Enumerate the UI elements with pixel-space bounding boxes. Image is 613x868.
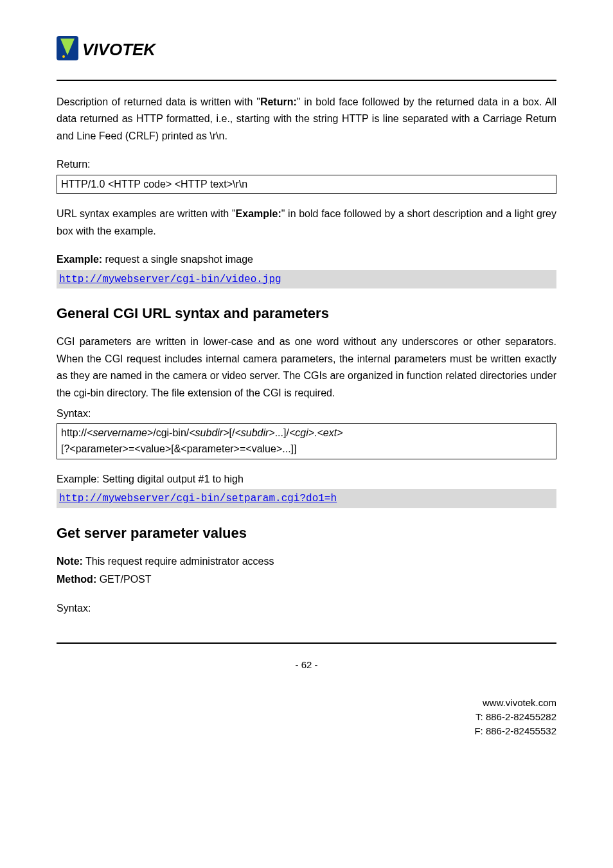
example2-url-box: http://mywebserver/cgi-bin/setparam.cgi?… (57, 489, 556, 508)
logo: VIVOTEK (57, 36, 556, 67)
page-number: - 62 - (57, 659, 556, 670)
footer-fax: F: 886-2-82455532 (57, 724, 556, 738)
heading-get-server: Get server parameter values (57, 525, 556, 542)
syntax-label-2: Syntax: (57, 600, 556, 617)
method-line: Method: GET/POST (57, 571, 556, 588)
note-line: Note: This request require administrator… (57, 553, 556, 570)
example-label-line: Example: request a single snapshot image (57, 251, 556, 268)
footer-tel: T: 886-2-82455282 (57, 710, 556, 724)
footer-url: www.vivotek.com (57, 696, 556, 710)
example-url-link[interactable]: http://mywebserver/cgi-bin/video.jpg (59, 274, 281, 285)
example-url-box: http://mywebserver/cgi-bin/video.jpg (57, 270, 556, 289)
description-return-paragraph: Description of returned data is written … (57, 94, 556, 145)
return-code-box: HTTP/1.0 <HTTP code> <HTTP text>\r\n (57, 175, 556, 195)
top-horizontal-rule (57, 80, 556, 81)
url-syntax-paragraph: URL syntax examples are written with "Ex… (57, 206, 556, 240)
svg-point-1 (62, 55, 65, 58)
heading-general-cgi: General CGI URL syntax and parameters (57, 305, 556, 322)
syntax-label: Syntax: (57, 405, 556, 422)
footer-contact: www.vivotek.com T: 886-2-82455282 F: 886… (57, 696, 556, 738)
logo-text: VIVOTEK (82, 40, 157, 59)
cgi-description-paragraph: CGI parameters are written in lower-case… (57, 333, 556, 402)
example2-url-link[interactable]: http://mywebserver/cgi-bin/setparam.cgi?… (59, 493, 337, 504)
return-label: Return: (57, 156, 556, 173)
syntax-box: http://<servername>/cgi-bin/<subdir>[/<s… (57, 423, 556, 459)
example2-label: Example: Setting digital output #1 to hi… (57, 471, 556, 488)
bottom-horizontal-rule (57, 642, 556, 644)
